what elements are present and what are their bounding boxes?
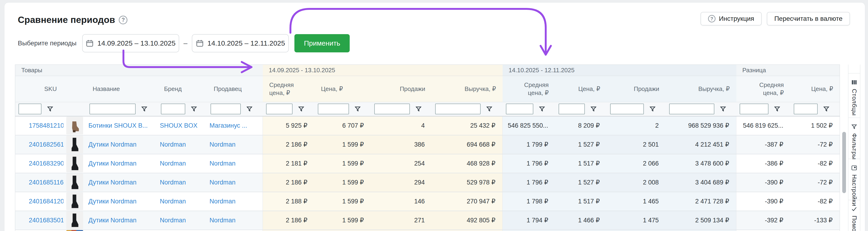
filter-input-seller[interactable] — [211, 104, 241, 114]
filter-input-p1-sales[interactable] — [374, 104, 410, 114]
filter-input-name[interactable] — [90, 104, 135, 114]
title-help-icon[interactable]: ? — [119, 16, 127, 24]
col-brand[interactable]: Бренд — [158, 76, 207, 102]
filter-funnel-icon[interactable] — [246, 106, 253, 112]
col-seller[interactable]: Продавец — [207, 76, 263, 102]
p1-revenue: 529 978 ₽ — [432, 173, 503, 192]
group-period2: 14.10.2025 - 12.11.2025 — [503, 65, 736, 76]
p2-price: 1 517 ₽ — [555, 154, 607, 173]
product-image[interactable] — [63, 154, 86, 173]
tab-columns[interactable]: Столбцы — [848, 73, 860, 118]
period2-value: 14.10.2025 – 12.11.2025 — [208, 39, 285, 47]
filter-funnel-icon[interactable] — [774, 106, 781, 112]
filter-input-diff-avg[interactable] — [740, 104, 769, 114]
col-p1-sales[interactable]: Продажи — [371, 76, 432, 102]
filter-input-p1-price[interactable] — [318, 104, 349, 114]
filter-funnel-icon[interactable] — [590, 106, 597, 112]
product-image[interactable] — [63, 135, 86, 154]
diff-avg-price: 546 819 625... — [736, 116, 790, 135]
filter-input-p2-revenue[interactable] — [669, 104, 714, 114]
seller-link[interactable]: Магазинус ... — [207, 116, 263, 135]
sku-link[interactable]: 2401682561 — [15, 135, 63, 154]
sku-link[interactable]: 2401683501 — [15, 211, 63, 230]
product-image[interactable] — [63, 173, 86, 192]
col-sku[interactable]: SKU — [15, 76, 63, 102]
col-p2-sales[interactable]: Продажи — [607, 76, 666, 102]
product-name-link[interactable]: Ботинки SHOUX B... — [86, 116, 158, 135]
product-photo — [66, 211, 83, 229]
p1-price: 1 599 ₽ — [315, 173, 371, 192]
tab-settings[interactable]: Настройки — [848, 159, 860, 200]
filter-funnel-icon[interactable] — [538, 106, 546, 112]
filter-funnel-icon[interactable] — [354, 106, 361, 112]
brand-link[interactable]: SHOUX BOX — [158, 116, 207, 135]
filter-input-brand[interactable] — [161, 104, 185, 114]
brand-link[interactable]: Nordman — [158, 192, 207, 211]
filter-funnel-icon[interactable] — [823, 106, 830, 112]
filter-input-p1-avg[interactable] — [266, 104, 292, 114]
p2-price: 1 517 ₽ — [555, 192, 607, 211]
sku-link[interactable]: 2401683290 — [15, 154, 63, 173]
instruction-button[interactable]: ? Инструкция — [701, 12, 762, 26]
calendar-icon — [196, 39, 204, 47]
seller-link[interactable]: Nordman — [207, 192, 263, 211]
filter-input-p2-price[interactable] — [559, 104, 585, 114]
period2-datepicker[interactable]: 14.10.2025 – 12.11.2025 — [192, 34, 289, 52]
filter-input-p2-avg[interactable] — [506, 104, 533, 114]
col-diff-price[interactable]: Цена, ₽ — [790, 76, 840, 102]
filter-funnel-icon[interactable] — [719, 106, 726, 112]
sku-link[interactable]: 2401685116 — [15, 173, 63, 192]
sku-link[interactable]: 2401684120 — [15, 192, 63, 211]
col-p1-avg-price[interactable]: Средняя цена, ₽ — [263, 76, 315, 102]
col-p1-price[interactable]: Цена, ₽ — [315, 76, 371, 102]
p1-revenue: 270 947 ₽ — [432, 192, 503, 211]
product-image[interactable] — [63, 211, 86, 230]
seller-link[interactable]: Nordman — [207, 173, 263, 192]
brand-link[interactable]: Nordman — [158, 173, 207, 192]
col-p2-revenue[interactable]: Выручка, ₽ — [666, 76, 736, 102]
seller-link[interactable]: Nordman — [207, 135, 263, 154]
col-p1-revenue[interactable]: Выручка, ₽ — [432, 76, 503, 102]
question-circle-icon: ? — [708, 15, 715, 23]
comparison-table: Товары 14.09.2025 - 13.10.2025 14.10.202… — [15, 65, 840, 231]
recalculate-currency-button[interactable]: Пересчитать в валюте — [767, 12, 850, 26]
col-photo — [63, 76, 86, 102]
product-image[interactable] — [63, 116, 86, 135]
product-name-link[interactable]: Дутики Nordman — [86, 211, 158, 230]
filter-input-sku[interactable] — [19, 104, 41, 114]
tab-filters[interactable]: Фильтры — [848, 118, 860, 159]
brand-link[interactable]: Nordman — [158, 211, 207, 230]
p1-sales: 254 — [371, 154, 432, 173]
seller-link[interactable]: Nordman — [207, 211, 263, 230]
sku-link[interactable]: 1758481210 — [15, 116, 63, 135]
col-p2-price[interactable]: Цена, ₽ — [555, 76, 607, 102]
product-name-link[interactable]: Дутики Nordman — [86, 192, 158, 211]
filter-funnel-icon[interactable] — [415, 106, 422, 112]
filter-funnel-icon[interactable] — [141, 106, 148, 112]
filter-input-diff-price[interactable] — [794, 104, 818, 114]
p1-avg-price: 2 186 ₽ — [263, 173, 315, 192]
filter-input-p2-sales[interactable] — [610, 104, 644, 114]
col-p2-avg-price[interactable]: Средняя цена, ₽ — [503, 76, 555, 102]
col-diff-avg-price[interactable]: Средняя цена, ₽ — [736, 76, 790, 102]
product-image[interactable] — [63, 192, 86, 211]
product-name-link[interactable]: Дутики Nordman — [86, 135, 158, 154]
group-header-row: Товары 14.09.2025 - 13.10.2025 14.10.202… — [15, 65, 840, 76]
period1-datepicker[interactable]: 14.09.2025 – 13.10.2025 — [82, 34, 179, 52]
col-name[interactable]: Название — [86, 76, 158, 102]
vertical-scrollbar-thumb[interactable] — [842, 132, 846, 193]
filter-funnel-icon[interactable] — [298, 106, 305, 112]
filter-funnel-icon[interactable] — [649, 106, 656, 112]
product-image[interactable] — [63, 230, 86, 231]
filter-input-p1-revenue[interactable] — [435, 104, 480, 114]
brand-link[interactable]: Nordman — [158, 154, 207, 173]
apply-button[interactable]: Применить — [294, 34, 350, 52]
filter-funnel-icon[interactable] — [46, 106, 54, 112]
period-controls-label: Выберите периоды — [18, 40, 76, 47]
filter-funnel-icon[interactable] — [486, 106, 493, 112]
product-name-link[interactable]: Дутики Nordman — [86, 154, 158, 173]
filter-funnel-icon[interactable] — [190, 106, 197, 112]
product-name-link[interactable]: Дутики Nordman — [86, 173, 158, 192]
seller-link[interactable]: Nordman — [207, 154, 263, 173]
brand-link[interactable]: Nordman — [158, 135, 207, 154]
